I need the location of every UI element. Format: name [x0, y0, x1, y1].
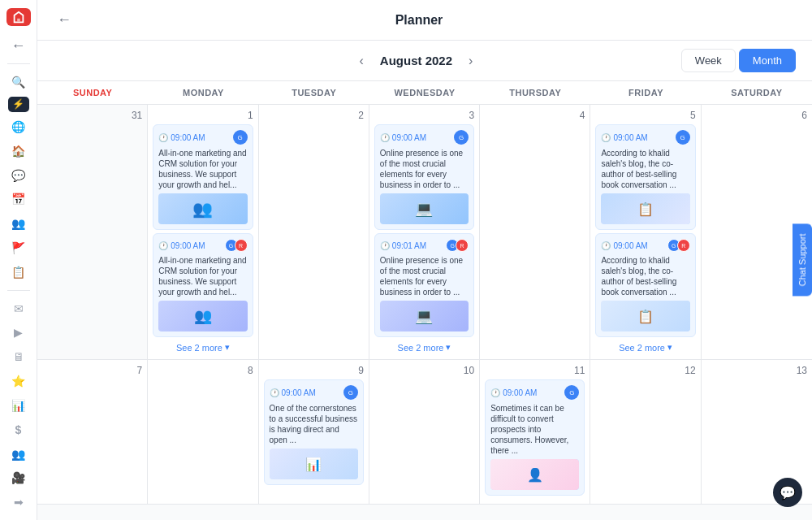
cal-cell-aug2[interactable]: 2 — [259, 105, 369, 360]
sidebar-tasks-icon[interactable]: 📋 — [6, 262, 32, 282]
see-more-aug5[interactable]: See 2 more ▾ — [595, 340, 695, 354]
event-aug1-2[interactable]: 🕐 09:00 AM G R All-in-one marketing and … — [153, 233, 253, 337]
see-more-label: See 2 more — [176, 343, 222, 353]
cal-cell-aug7[interactable]: 7 — [37, 360, 148, 505]
date-aug4: 4 — [485, 110, 585, 121]
date-aug12: 12 — [595, 365, 695, 376]
sidebar-dollar-icon[interactable]: $ — [6, 420, 32, 440]
event-time-row-4: 🕐 09:01 AM G R — [380, 239, 469, 252]
event-desc-5: According to khalid saleh's blog, the co… — [601, 148, 689, 190]
event-aug3-1[interactable]: 🕐 09:00 AM G Online presence is one of t… — [374, 124, 474, 230]
event-time-9: 🕐 09:00 AM — [270, 388, 316, 397]
date-aug6: 6 — [706, 110, 807, 121]
cal-cell-aug3[interactable]: 3 🕐 09:00 AM G Online presence is one of… — [369, 105, 480, 360]
chevron-down-icon: ▾ — [225, 342, 230, 353]
event-aug5-2[interactable]: 🕐 09:00 AM G R According to khalid saleh… — [595, 233, 695, 337]
date-jul31: 31 — [42, 110, 142, 121]
header-friday: FRIDAY — [590, 81, 701, 104]
back-button[interactable]: ← — [54, 8, 75, 32]
chat-support-button[interactable]: Chat Support — [793, 224, 812, 297]
event-time-5: 🕐 09:00 AM — [601, 133, 647, 142]
sidebar-home-icon[interactable]: 🏠 — [6, 141, 32, 161]
event-time-label-3: 09:00 AM — [392, 133, 426, 142]
week-view-button[interactable]: Week — [681, 49, 736, 72]
cal-cell-jul31[interactable]: 31 — [37, 105, 148, 360]
next-month-button[interactable]: › — [462, 50, 479, 72]
date-aug7: 7 — [42, 365, 142, 376]
cal-cell-aug11[interactable]: 11 🕐 09:00 AM G Sometimes it can be diff… — [480, 360, 590, 505]
sidebar-video-icon[interactable]: 🎥 — [6, 468, 32, 488]
event-time-label-2: 09:00 AM — [171, 241, 205, 250]
cal-cell-aug4[interactable]: 4 — [480, 105, 590, 360]
event-avatar-9: G — [343, 385, 358, 400]
clock-icon-6: 🕐 — [601, 241, 611, 250]
sidebar-calendar-icon[interactable]: 📅 — [6, 190, 32, 210]
page-title: Planner — [88, 13, 750, 28]
cal-cell-aug12[interactable]: 12 — [590, 360, 701, 505]
sidebar-bolt-icon[interactable]: ⚡ — [8, 97, 29, 112]
event-avatar-pair-3: G R — [667, 239, 690, 252]
sidebar-monitor-icon[interactable]: 🖥 — [6, 347, 32, 366]
event-aug11-1[interactable]: 🕐 09:00 AM G Sometimes it can be difficu… — [485, 379, 585, 496]
date-aug2: 2 — [264, 110, 364, 121]
sidebar-play-icon[interactable]: ▶ — [6, 323, 32, 342]
sidebar-chat-icon[interactable]: 💬 — [6, 166, 32, 185]
event-time-6: 🕐 09:00 AM — [601, 241, 647, 250]
chevron-down-icon-2: ▾ — [446, 342, 451, 353]
sidebar-search-icon[interactable]: 🔍 — [6, 72, 32, 92]
header-sunday: SUNDAY — [37, 81, 148, 104]
prev-month-button[interactable]: ‹ — [353, 50, 370, 72]
see-more-aug1[interactable]: See 2 more ▾ — [153, 340, 253, 354]
date-aug1: 1 — [153, 110, 253, 121]
sidebar-team-icon[interactable]: 👥 — [6, 444, 32, 464]
date-aug3: 3 — [374, 110, 474, 121]
event-avatar-5: G — [676, 130, 690, 145]
sidebar-star-icon[interactable]: ⭐ — [6, 371, 32, 391]
clock-icon-4: 🕐 — [380, 241, 390, 250]
event-aug1-1[interactable]: 🕐 09:00 AM G All-in-one marketing and CR… — [153, 124, 253, 230]
cal-cell-aug9[interactable]: 9 🕐 09:00 AM G One of the cornerstones t… — [259, 360, 369, 505]
date-aug8: 8 — [153, 365, 253, 376]
event-avatar-3: G — [454, 130, 469, 145]
event-time-4: 🕐 09:01 AM — [380, 241, 426, 250]
chat-bubble-icon: 💬 — [780, 485, 796, 500]
event-time-row-9: 🕐 09:00 AM G — [270, 385, 358, 400]
chat-bubble-button[interactable]: 💬 — [773, 478, 802, 507]
event-aug3-2[interactable]: 🕐 09:01 AM G R Online presence is one of… — [374, 233, 474, 337]
clock-icon-2: 🕐 — [158, 241, 168, 250]
sidebar-arrow-icon[interactable]: ➡ — [6, 492, 32, 512]
sidebar-contacts-icon[interactable]: 👥 — [6, 214, 32, 233]
clock-icon: 🕐 — [158, 133, 168, 142]
see-more-aug3[interactable]: See 2 more ▾ — [374, 340, 474, 354]
see-more-label-5: See 2 more — [619, 343, 665, 353]
event-time-row-3: 🕐 09:00 AM G — [380, 130, 469, 145]
sidebar-flag-icon[interactable]: 🚩 — [6, 238, 32, 258]
event-thumbnail-5: 📋 — [601, 193, 689, 224]
see-more-label-3: See 2 more — [398, 343, 444, 353]
sidebar-back-icon[interactable]: ← — [6, 36, 32, 55]
cal-cell-aug1[interactable]: 1 🕐 09:00 AM G All-in-one marketing and … — [148, 105, 258, 360]
event-aug5-1[interactable]: 🕐 09:00 AM G According to khalid saleh's… — [595, 124, 695, 230]
event-time-row-6: 🕐 09:00 AM G R — [601, 239, 689, 252]
event-desc-2: All-in-one marketing and CRM solution fo… — [158, 255, 247, 297]
date-aug11: 11 — [485, 365, 585, 376]
header-wednesday: WEDNESDAY — [369, 81, 480, 104]
cal-cell-aug5[interactable]: 5 🕐 09:00 AM G According to khalid saleh… — [590, 105, 701, 360]
calendar-header: SUNDAY MONDAY TUESDAY WEDNESDAY THURSDAY… — [37, 81, 812, 105]
sidebar-chart-icon[interactable]: 📊 — [6, 396, 32, 415]
cal-cell-aug10[interactable]: 10 — [369, 360, 480, 505]
sidebar-email-icon[interactable]: ✉ — [6, 299, 32, 318]
cal-cell-aug8[interactable]: 8 — [148, 360, 258, 505]
topbar: ← Planner — [37, 0, 812, 41]
event-thumbnail-4: 💻 — [380, 301, 469, 332]
event-time-row-5: 🕐 09:00 AM G — [601, 130, 689, 145]
event-aug9-1[interactable]: 🕐 09:00 AM G One of the cornerstones to … — [264, 379, 364, 485]
sidebar-divider-2 — [7, 290, 30, 291]
chat-support-label: Chat Support — [797, 234, 807, 287]
event-time-label-11: 09:00 AM — [503, 388, 537, 397]
event-thumbnail-6: 📋 — [601, 301, 689, 332]
month-navigation: ‹ August 2022 › — [353, 50, 480, 72]
header-saturday: SATURDAY — [702, 81, 812, 104]
sidebar-globe-icon[interactable]: 🌐 — [6, 117, 32, 136]
month-view-button[interactable]: Month — [739, 49, 796, 72]
